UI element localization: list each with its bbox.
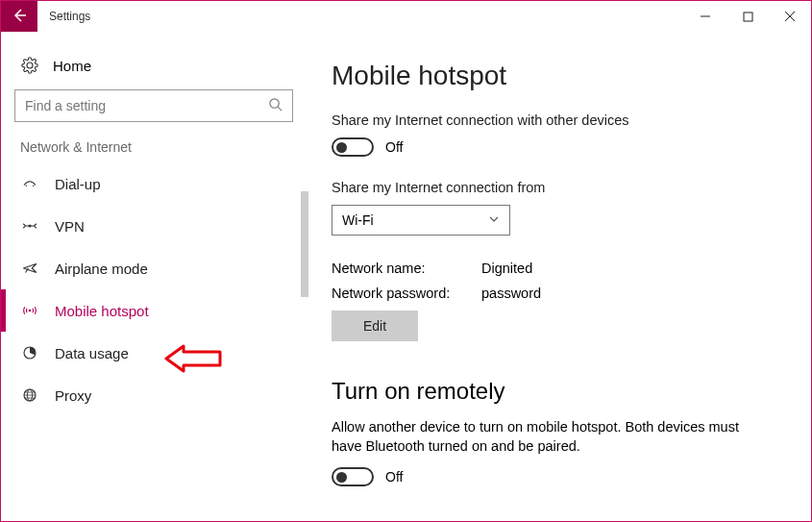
remote-toggle[interactable] bbox=[332, 467, 374, 486]
sidebar-item-dialup[interactable]: Dial-up bbox=[14, 162, 295, 205]
remote-title: Turn on remotely bbox=[332, 378, 788, 405]
svg-point-1 bbox=[270, 99, 279, 108]
phone-icon bbox=[20, 175, 39, 192]
arrow-left-icon bbox=[12, 8, 27, 26]
toggle-knob bbox=[336, 142, 347, 153]
sidebar-item-label: Mobile hotspot bbox=[55, 303, 149, 319]
window-title: Settings bbox=[37, 1, 90, 32]
search-input[interactable]: Find a setting bbox=[14, 89, 293, 122]
main-panel: Mobile hotspot Share my Internet connect… bbox=[308, 32, 811, 521]
share-toggle-state: Off bbox=[385, 139, 403, 155]
network-name-row: Network name: Dignited bbox=[332, 261, 788, 276]
remote-toggle-state: Off bbox=[385, 469, 403, 485]
share-toggle[interactable] bbox=[332, 137, 374, 157]
sidebar-scrollbar[interactable] bbox=[301, 197, 308, 457]
content-area: Home Find a setting Network & Internet D… bbox=[1, 32, 811, 521]
toggle-knob bbox=[336, 472, 347, 483]
sidebar-section-header: Network & Internet bbox=[14, 139, 295, 162]
airplane-icon bbox=[20, 260, 39, 277]
window-controls bbox=[684, 1, 811, 32]
hotspot-icon bbox=[20, 302, 39, 319]
sidebar-nav-list: Dial-up VPN Airplane mode bbox=[14, 162, 295, 416]
maximize-button[interactable] bbox=[726, 1, 769, 32]
minimize-button[interactable] bbox=[684, 1, 726, 32]
sidebar-home-label: Home bbox=[53, 58, 91, 74]
svg-point-5 bbox=[29, 310, 32, 312]
svg-rect-0 bbox=[744, 12, 752, 21]
sidebar-item-label: Dial-up bbox=[55, 176, 101, 192]
sidebar-item-label: Airplane mode bbox=[55, 261, 148, 277]
sidebar-home[interactable]: Home bbox=[14, 49, 295, 87]
page-title: Mobile hotspot bbox=[332, 61, 788, 91]
back-button[interactable] bbox=[1, 1, 37, 32]
svg-point-3 bbox=[33, 186, 35, 187]
close-button[interactable] bbox=[769, 1, 811, 32]
sidebar-item-label: Data usage bbox=[55, 345, 129, 361]
from-label: Share my Internet connection from bbox=[332, 180, 788, 195]
sidebar-item-label: Proxy bbox=[55, 387, 91, 404]
gear-icon bbox=[20, 57, 39, 74]
selection-indicator bbox=[1, 289, 6, 332]
svg-point-4 bbox=[29, 225, 32, 228]
globe-icon bbox=[20, 386, 39, 404]
titlebar: Settings bbox=[1, 1, 811, 32]
connection-from-dropdown[interactable]: Wi-Fi bbox=[332, 205, 510, 236]
edit-button-label: Edit bbox=[363, 318, 386, 334]
sidebar-item-vpn[interactable]: VPN bbox=[14, 205, 295, 247]
network-name-key: Network name: bbox=[332, 261, 481, 276]
network-name-value: Dignited bbox=[481, 261, 532, 276]
sidebar-item-datausage[interactable]: Data usage bbox=[14, 332, 295, 374]
vpn-icon bbox=[20, 217, 39, 235]
chevron-down-icon bbox=[488, 212, 500, 228]
search-icon bbox=[268, 97, 283, 114]
svg-point-2 bbox=[26, 186, 28, 187]
network-password-value: password bbox=[481, 286, 541, 301]
share-toggle-row: Off bbox=[332, 137, 788, 157]
dropdown-value: Wi-Fi bbox=[342, 212, 374, 228]
sidebar-item-proxy[interactable]: Proxy bbox=[14, 374, 295, 416]
network-password-key: Network password: bbox=[332, 286, 481, 301]
edit-button[interactable]: Edit bbox=[332, 311, 418, 341]
remote-toggle-row: Off bbox=[332, 467, 788, 486]
scrollbar-thumb[interactable] bbox=[301, 191, 308, 297]
search-placeholder: Find a setting bbox=[25, 98, 268, 113]
network-password-row: Network password: password bbox=[332, 286, 788, 301]
remote-desc: Allow another device to turn on mobile h… bbox=[332, 418, 754, 456]
sidebar: Home Find a setting Network & Internet D… bbox=[1, 32, 308, 521]
sidebar-item-label: VPN bbox=[55, 218, 85, 235]
sidebar-item-airplane[interactable]: Airplane mode bbox=[14, 247, 295, 289]
share-label: Share my Internet connection with other … bbox=[332, 112, 788, 128]
settings-window: Settings Home Find a setting bbox=[0, 0, 812, 522]
sidebar-item-hotspot[interactable]: Mobile hotspot bbox=[14, 289, 295, 332]
data-icon bbox=[20, 344, 39, 361]
